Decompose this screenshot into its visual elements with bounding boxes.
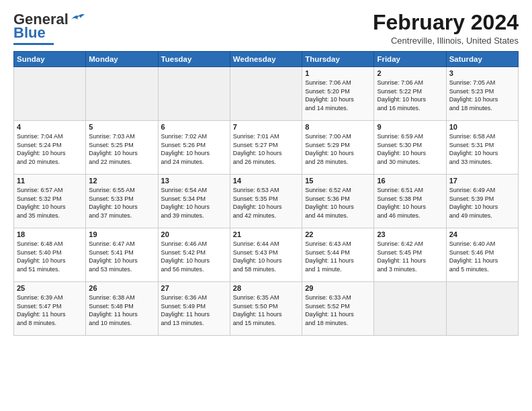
day-info: Sunrise: 6:55 AM Sunset: 5:33 PM Dayligh… bbox=[89, 186, 154, 220]
day-info: Sunrise: 6:53 AM Sunset: 5:35 PM Dayligh… bbox=[233, 186, 299, 220]
calendar-cell: 23Sunrise: 6:42 AM Sunset: 5:45 PM Dayli… bbox=[374, 228, 446, 282]
day-info: Sunrise: 7:03 AM Sunset: 5:25 PM Dayligh… bbox=[89, 132, 154, 166]
calendar-cell: 2Sunrise: 7:06 AM Sunset: 5:22 PM Daylig… bbox=[374, 67, 446, 121]
day-number: 14 bbox=[233, 177, 299, 185]
day-number: 11 bbox=[17, 177, 83, 185]
calendar-cell: 25Sunrise: 6:39 AM Sunset: 5:47 PM Dayli… bbox=[14, 282, 86, 336]
day-info: Sunrise: 6:44 AM Sunset: 5:43 PM Dayligh… bbox=[233, 240, 299, 273]
calendar-cell: 5Sunrise: 7:03 AM Sunset: 5:25 PM Daylig… bbox=[86, 121, 158, 175]
calendar-cell: 4Sunrise: 7:04 AM Sunset: 5:24 PM Daylig… bbox=[14, 121, 86, 175]
calendar-cell: 12Sunrise: 6:55 AM Sunset: 5:33 PM Dayli… bbox=[86, 175, 158, 228]
day-number: 15 bbox=[305, 177, 371, 185]
day-info: Sunrise: 7:04 AM Sunset: 5:24 PM Dayligh… bbox=[17, 132, 83, 166]
day-info: Sunrise: 7:06 AM Sunset: 5:22 PM Dayligh… bbox=[377, 79, 443, 112]
logo: General Blue bbox=[13, 11, 85, 45]
title-block: February 2024 Centreville, Illinois, Uni… bbox=[373, 11, 519, 46]
day-number: 2 bbox=[377, 69, 443, 77]
month-title: February 2024 bbox=[373, 11, 519, 34]
calendar-cell: 26Sunrise: 6:38 AM Sunset: 5:48 PM Dayli… bbox=[86, 282, 158, 336]
day-number: 26 bbox=[89, 284, 154, 292]
day-info: Sunrise: 7:02 AM Sunset: 5:26 PM Dayligh… bbox=[161, 132, 227, 166]
col-header-tuesday: Tuesday bbox=[158, 52, 230, 67]
calendar-cell: 20Sunrise: 6:46 AM Sunset: 5:42 PM Dayli… bbox=[158, 228, 230, 282]
week-row-5: 25Sunrise: 6:39 AM Sunset: 5:47 PM Dayli… bbox=[14, 282, 519, 336]
day-info: Sunrise: 6:52 AM Sunset: 5:36 PM Dayligh… bbox=[305, 186, 371, 220]
calendar-cell: 17Sunrise: 6:49 AM Sunset: 5:39 PM Dayli… bbox=[446, 175, 518, 228]
day-number: 20 bbox=[161, 230, 227, 238]
calendar-cell: 15Sunrise: 6:52 AM Sunset: 5:36 PM Dayli… bbox=[302, 175, 374, 228]
day-number: 29 bbox=[305, 284, 371, 292]
calendar-cell bbox=[446, 282, 518, 336]
day-number: 4 bbox=[17, 123, 83, 131]
calendar-cell: 28Sunrise: 6:35 AM Sunset: 5:50 PM Dayli… bbox=[230, 282, 302, 336]
day-info: Sunrise: 6:49 AM Sunset: 5:39 PM Dayligh… bbox=[449, 186, 515, 220]
calendar-cell: 21Sunrise: 6:44 AM Sunset: 5:43 PM Dayli… bbox=[230, 228, 302, 282]
week-row-1: 1Sunrise: 7:06 AM Sunset: 5:20 PM Daylig… bbox=[14, 67, 519, 121]
day-info: Sunrise: 6:42 AM Sunset: 5:45 PM Dayligh… bbox=[377, 240, 443, 273]
day-number: 10 bbox=[449, 123, 515, 131]
calendar-cell bbox=[230, 67, 302, 121]
day-info: Sunrise: 7:01 AM Sunset: 5:27 PM Dayligh… bbox=[233, 132, 299, 166]
day-info: Sunrise: 6:54 AM Sunset: 5:34 PM Dayligh… bbox=[161, 186, 227, 220]
day-info: Sunrise: 6:46 AM Sunset: 5:42 PM Dayligh… bbox=[161, 240, 227, 273]
day-info: Sunrise: 7:06 AM Sunset: 5:20 PM Dayligh… bbox=[305, 79, 371, 112]
calendar-cell: 24Sunrise: 6:40 AM Sunset: 5:46 PM Dayli… bbox=[446, 228, 518, 282]
day-info: Sunrise: 7:05 AM Sunset: 5:23 PM Dayligh… bbox=[449, 79, 515, 112]
col-header-friday: Friday bbox=[374, 52, 446, 67]
logo-blue-text: Blue bbox=[13, 24, 46, 42]
calendar-cell bbox=[14, 67, 86, 121]
day-number: 17 bbox=[449, 177, 515, 185]
day-number: 18 bbox=[17, 230, 83, 238]
day-info: Sunrise: 6:48 AM Sunset: 5:40 PM Dayligh… bbox=[17, 240, 83, 273]
day-number: 24 bbox=[449, 230, 515, 238]
calendar-cell: 18Sunrise: 6:48 AM Sunset: 5:40 PM Dayli… bbox=[14, 228, 86, 282]
day-number: 25 bbox=[17, 284, 83, 292]
location: Centreville, Illinois, United States bbox=[373, 36, 519, 46]
day-info: Sunrise: 6:39 AM Sunset: 5:47 PM Dayligh… bbox=[17, 293, 83, 327]
calendar-cell: 10Sunrise: 6:58 AM Sunset: 5:31 PM Dayli… bbox=[446, 121, 518, 175]
calendar-cell: 13Sunrise: 6:54 AM Sunset: 5:34 PM Dayli… bbox=[158, 175, 230, 228]
day-number: 27 bbox=[161, 284, 227, 292]
day-info: Sunrise: 6:57 AM Sunset: 5:32 PM Dayligh… bbox=[17, 186, 83, 220]
day-number: 1 bbox=[305, 69, 371, 77]
day-number: 16 bbox=[377, 177, 443, 185]
calendar-cell bbox=[86, 67, 158, 121]
day-number: 8 bbox=[305, 123, 371, 131]
week-row-2: 4Sunrise: 7:04 AM Sunset: 5:24 PM Daylig… bbox=[14, 121, 519, 175]
day-info: Sunrise: 6:36 AM Sunset: 5:49 PM Dayligh… bbox=[161, 293, 227, 327]
col-header-sunday: Sunday bbox=[14, 52, 86, 67]
day-info: Sunrise: 6:51 AM Sunset: 5:38 PM Dayligh… bbox=[377, 186, 443, 220]
logo-underline bbox=[13, 43, 54, 45]
day-number: 9 bbox=[377, 123, 443, 131]
calendar-cell: 9Sunrise: 6:59 AM Sunset: 5:30 PM Daylig… bbox=[374, 121, 446, 175]
week-row-4: 18Sunrise: 6:48 AM Sunset: 5:40 PM Dayli… bbox=[14, 228, 519, 282]
calendar-cell bbox=[374, 282, 446, 336]
calendar-cell: 29Sunrise: 6:33 AM Sunset: 5:52 PM Dayli… bbox=[302, 282, 374, 336]
day-info: Sunrise: 7:00 AM Sunset: 5:29 PM Dayligh… bbox=[305, 132, 371, 166]
calendar-cell bbox=[158, 67, 230, 121]
calendar-cell: 19Sunrise: 6:47 AM Sunset: 5:41 PM Dayli… bbox=[86, 228, 158, 282]
calendar-cell: 3Sunrise: 7:05 AM Sunset: 5:23 PM Daylig… bbox=[446, 67, 518, 121]
day-number: 28 bbox=[233, 284, 299, 292]
calendar-cell: 1Sunrise: 7:06 AM Sunset: 5:20 PM Daylig… bbox=[302, 67, 374, 121]
day-info: Sunrise: 6:35 AM Sunset: 5:50 PM Dayligh… bbox=[233, 293, 299, 327]
col-header-wednesday: Wednesday bbox=[230, 52, 302, 67]
calendar-cell: 14Sunrise: 6:53 AM Sunset: 5:35 PM Dayli… bbox=[230, 175, 302, 228]
day-info: Sunrise: 6:58 AM Sunset: 5:31 PM Dayligh… bbox=[449, 132, 515, 166]
calendar-cell: 6Sunrise: 7:02 AM Sunset: 5:26 PM Daylig… bbox=[158, 121, 230, 175]
calendar-table: SundayMondayTuesdayWednesdayThursdayFrid… bbox=[13, 51, 519, 336]
day-info: Sunrise: 6:38 AM Sunset: 5:48 PM Dayligh… bbox=[89, 293, 154, 327]
header: General Blue February 2024 Centreville, … bbox=[13, 11, 519, 46]
day-number: 21 bbox=[233, 230, 299, 238]
calendar-page: General Blue February 2024 Centreville, … bbox=[0, 0, 532, 411]
day-number: 7 bbox=[233, 123, 299, 131]
day-info: Sunrise: 6:33 AM Sunset: 5:52 PM Dayligh… bbox=[305, 293, 371, 327]
header-row: SundayMondayTuesdayWednesdayThursdayFrid… bbox=[14, 52, 519, 67]
calendar-cell: 27Sunrise: 6:36 AM Sunset: 5:49 PM Dayli… bbox=[158, 282, 230, 336]
col-header-monday: Monday bbox=[86, 52, 158, 67]
col-header-saturday: Saturday bbox=[446, 52, 518, 67]
day-info: Sunrise: 6:47 AM Sunset: 5:41 PM Dayligh… bbox=[89, 240, 154, 273]
day-number: 3 bbox=[449, 69, 515, 77]
calendar-cell: 8Sunrise: 7:00 AM Sunset: 5:29 PM Daylig… bbox=[302, 121, 374, 175]
week-row-3: 11Sunrise: 6:57 AM Sunset: 5:32 PM Dayli… bbox=[14, 175, 519, 228]
